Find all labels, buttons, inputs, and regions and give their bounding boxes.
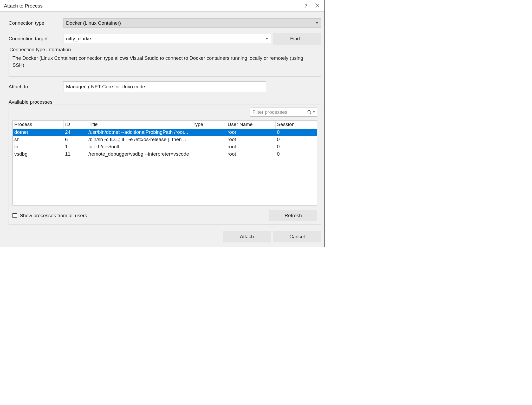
refresh-button[interactable]: Refresh bbox=[269, 210, 317, 221]
table-row[interactable]: vsdbg11/remote_debugger/vsdbg --interpre… bbox=[13, 150, 317, 158]
close-icon[interactable] bbox=[315, 3, 319, 8]
available-processes-box: Filter processes Process ID Title Type bbox=[9, 104, 321, 225]
cell-process: sh bbox=[13, 136, 63, 143]
connection-target-value: nifty_clarke bbox=[66, 36, 91, 42]
connection-type-value: Docker (Linux Container) bbox=[66, 20, 121, 26]
svg-line-3 bbox=[310, 113, 311, 114]
col-user[interactable]: User Name bbox=[226, 121, 275, 129]
process-table[interactable]: Process ID Title Type User Name Session … bbox=[12, 120, 317, 205]
attach-to-label: Attach to: bbox=[9, 84, 63, 90]
search-icon bbox=[307, 110, 312, 115]
chevron-down-icon bbox=[265, 38, 268, 39]
attach-to-field[interactable]: Managed (.NET Core for Unix) code bbox=[63, 81, 266, 92]
checkbox-icon bbox=[12, 213, 17, 218]
cell-process: vsdbg bbox=[13, 150, 63, 158]
cell-user: root bbox=[226, 129, 275, 136]
cell-process: dotnet bbox=[13, 129, 63, 136]
cell-user: root bbox=[226, 143, 275, 150]
cell-id: 11 bbox=[63, 150, 87, 158]
cell-id: 6 bbox=[63, 136, 87, 143]
connection-target-label: Connection target: bbox=[9, 36, 63, 42]
table-row[interactable]: sh6/bin/sh -c ID=.; if [ -e /etc/os-rele… bbox=[13, 136, 317, 143]
col-process[interactable]: Process bbox=[13, 121, 63, 129]
connection-type-label: Connection type: bbox=[9, 20, 63, 26]
cell-user: root bbox=[226, 136, 275, 143]
connection-info-text: The Docker (Linux Container) connection … bbox=[9, 55, 321, 69]
cell-user: root bbox=[226, 150, 275, 158]
connection-target-combo[interactable]: nifty_clarke bbox=[63, 34, 271, 43]
cell-id: 1 bbox=[63, 143, 87, 150]
find-button[interactable]: Find... bbox=[273, 33, 321, 44]
cell-session: 0 bbox=[275, 136, 317, 143]
col-title[interactable]: Title bbox=[87, 121, 191, 129]
cell-type bbox=[191, 150, 226, 158]
col-type[interactable]: Type bbox=[191, 121, 226, 129]
connection-type-combo[interactable]: Docker (Linux Container) bbox=[63, 18, 321, 28]
connection-info-box: Connection type information The Docker (… bbox=[9, 50, 321, 77]
cell-type bbox=[191, 143, 226, 150]
attach-to-value: Managed (.NET Core for Unix) code bbox=[66, 84, 145, 90]
cell-type bbox=[191, 136, 226, 143]
attach-button[interactable]: Attach bbox=[223, 231, 271, 242]
table-row[interactable]: dotnet24/usr/bin/dotnet --additionalProb… bbox=[13, 129, 317, 136]
dialog-title: Attach to Process bbox=[4, 3, 43, 9]
filter-placeholder: Filter processes bbox=[252, 109, 287, 115]
cell-process: tail bbox=[13, 143, 63, 150]
cell-title: tail -f /dev/null bbox=[87, 143, 191, 150]
cell-session: 0 bbox=[275, 150, 317, 158]
cell-id: 24 bbox=[63, 129, 87, 136]
help-icon[interactable]: ? bbox=[304, 3, 307, 9]
col-session[interactable]: Session bbox=[275, 121, 317, 129]
cell-title: /usr/bin/dotnet --additionalProbingPath … bbox=[87, 129, 191, 136]
col-id[interactable]: ID bbox=[63, 121, 87, 129]
show-all-users-label: Show processes from all users bbox=[20, 213, 87, 218]
cell-title: /bin/sh -c ID=.; if [ -e /etc/os-release… bbox=[87, 136, 191, 143]
show-all-users-checkbox[interactable]: Show processes from all users bbox=[12, 213, 87, 218]
cell-session: 0 bbox=[275, 129, 317, 136]
filter-processes-input[interactable]: Filter processes bbox=[250, 108, 317, 117]
cancel-button[interactable]: Cancel bbox=[273, 231, 321, 242]
svg-point-2 bbox=[308, 110, 310, 113]
cell-title: /remote_debugger/vsdbg --interpreter=vsc… bbox=[87, 150, 191, 158]
table-header-row: Process ID Title Type User Name Session bbox=[13, 121, 317, 129]
connection-info-heading: Connection type information bbox=[8, 47, 72, 52]
cell-type bbox=[191, 129, 226, 136]
chevron-down-icon bbox=[316, 22, 318, 24]
table-row[interactable]: tail1tail -f /dev/nullroot0 bbox=[13, 143, 317, 150]
cell-session: 0 bbox=[275, 143, 317, 150]
chevron-down-icon[interactable] bbox=[313, 111, 315, 113]
